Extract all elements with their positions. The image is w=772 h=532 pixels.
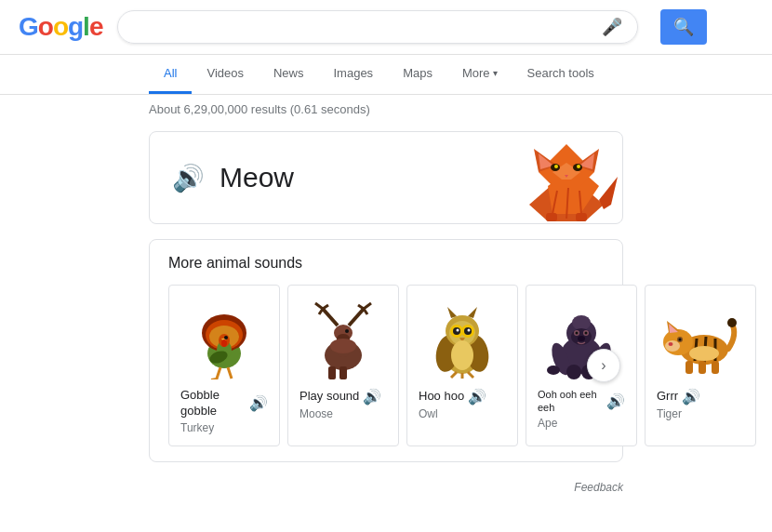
svg-point-89 (669, 342, 673, 346)
nav-item-all[interactable]: All (149, 55, 192, 94)
tiger-svg (659, 298, 741, 379)
svg-rect-46 (328, 366, 336, 379)
nav-item-more[interactable]: More ▾ (447, 55, 512, 94)
animal-card-moose[interactable]: Play sound 🔊 Moose (287, 285, 399, 446)
nav-item-news[interactable]: News (259, 55, 319, 94)
nav-item-search-tools[interactable]: Search tools (512, 55, 609, 94)
logo-letter-o2: o (53, 12, 68, 41)
svg-line-66 (468, 372, 473, 378)
logo-letter-l: l (83, 12, 89, 41)
moose-svg (302, 298, 384, 379)
svg-point-63 (451, 340, 473, 370)
cat-image (511, 131, 622, 223)
moose-sound-label: Play sound (299, 389, 359, 405)
svg-rect-17 (546, 213, 557, 221)
svg-line-41 (323, 305, 328, 309)
svg-line-40 (319, 309, 323, 314)
svg-point-78 (547, 366, 560, 375)
svg-marker-85 (669, 324, 678, 333)
turkey-name: Turkey (180, 421, 268, 434)
google-logo: Google (19, 12, 102, 42)
svg-point-61 (468, 329, 471, 332)
turkey-sound-label: Gobble gobble (180, 388, 246, 419)
owl-sound-row: Hoo hoo 🔊 (419, 388, 506, 406)
nav-label-search-tools: Search tools (527, 66, 594, 80)
nav-item-maps[interactable]: Maps (388, 55, 447, 94)
header: Google what sound does a cat make 🎤 🔍 (0, 0, 772, 55)
animal-card-ape[interactable]: Ooh ooh eeh eeh 🔊 Ape (526, 285, 637, 446)
svg-line-44 (364, 309, 367, 314)
svg-point-12 (577, 165, 580, 168)
snippet-answer: Meow (220, 162, 294, 193)
search-icon: 🔍 (673, 18, 694, 36)
animal-card-owl[interactable]: Hoo hoo 🔊 Owl (406, 285, 518, 446)
svg-point-69 (572, 315, 591, 330)
svg-point-11 (554, 165, 558, 168)
owl-sound-icon[interactable]: 🔊 (468, 388, 486, 406)
results-count: About 6,29,00,000 results (0.61 seconds) (149, 102, 370, 116)
moose-sound-row: Play sound 🔊 (299, 388, 387, 406)
svg-point-75 (578, 336, 585, 341)
svg-point-88 (679, 339, 682, 341)
owl-svg (421, 298, 503, 379)
svg-rect-94 (699, 361, 706, 374)
results-info: About 6,29,00,000 results (0.61 seconds) (0, 95, 772, 124)
nav-item-images[interactable]: Images (318, 55, 388, 94)
logo-letter-e: e (89, 12, 103, 41)
feedback-link[interactable]: Feedback (574, 481, 623, 494)
nav-label-news: News (273, 66, 304, 80)
svg-point-74 (585, 332, 588, 335)
nav-item-videos[interactable]: Videos (192, 55, 259, 94)
nav-label-more: More (462, 66, 490, 80)
moose-sound-icon[interactable]: 🔊 (363, 388, 381, 406)
tiger-sound-icon[interactable]: 🔊 (682, 388, 700, 406)
svg-marker-2 (599, 177, 618, 209)
svg-line-28 (217, 367, 220, 379)
svg-point-96 (727, 318, 737, 327)
meow-sound-icon[interactable]: 🔊 (172, 163, 205, 193)
svg-point-80 (566, 365, 581, 379)
svg-line-31 (217, 379, 218, 379)
nav-label-videos: Videos (206, 66, 244, 80)
tiger-name: Tiger (657, 407, 744, 420)
svg-line-30 (211, 379, 217, 379)
tiger-image (659, 297, 742, 380)
svg-point-48 (330, 339, 356, 353)
search-input[interactable]: what sound does a cat make (133, 19, 594, 35)
svg-line-45 (358, 305, 364, 309)
logo-letter-o1: o (38, 12, 53, 41)
svg-line-29 (228, 367, 232, 379)
animals-grid: Gobble gobble 🔊 Turkey (168, 285, 604, 446)
svg-rect-93 (685, 361, 693, 374)
ape-sound-label: Ooh ooh eeh eeh (538, 388, 603, 415)
svg-marker-53 (447, 307, 457, 318)
ape-sound-icon[interactable]: 🔊 (606, 392, 625, 410)
microphone-icon[interactable]: 🎤 (602, 17, 622, 37)
tiger-sound-row: Grrr 🔊 (657, 388, 744, 406)
svg-rect-47 (339, 366, 347, 379)
svg-line-39 (315, 303, 323, 309)
svg-line-64 (451, 372, 457, 378)
svg-point-73 (576, 332, 579, 335)
owl-sound-label: Hoo hoo (419, 389, 464, 405)
animal-card-turkey[interactable]: Gobble gobble 🔊 Turkey (168, 285, 280, 446)
carousel-next-button[interactable]: › (587, 349, 620, 382)
more-animal-sounds-section: More animal sounds (149, 239, 623, 462)
svg-marker-54 (468, 307, 477, 318)
nav-label-maps: Maps (403, 66, 433, 80)
featured-snippet: 🔊 Meow (149, 131, 623, 224)
svg-point-37 (345, 329, 349, 333)
svg-rect-18 (576, 213, 587, 221)
turkey-image (182, 297, 266, 380)
ape-sound-row: Ooh ooh eeh eeh 🔊 (538, 388, 625, 415)
tiger-sound-label: Grrr (657, 389, 678, 405)
turkey-sound-icon[interactable]: 🔊 (249, 394, 268, 412)
ape-name: Ape (538, 417, 625, 430)
search-bar[interactable]: what sound does a cat make 🎤 (117, 10, 638, 44)
svg-point-26 (221, 339, 227, 347)
svg-line-43 (364, 303, 371, 309)
animal-card-tiger[interactable]: Grrr 🔊 Tiger (645, 285, 756, 446)
more-sounds-title: More animal sounds (168, 255, 604, 272)
search-button[interactable]: 🔍 (660, 9, 707, 45)
moose-name: Moose (299, 407, 387, 420)
